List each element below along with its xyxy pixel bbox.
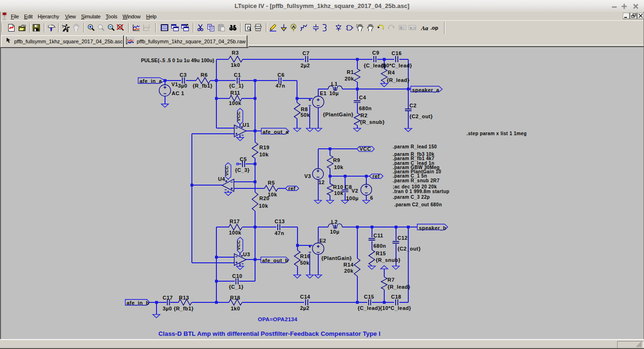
svg-text:.param C2_out 680n: .param C2_out 680n	[394, 202, 442, 207]
svg-text:C5: C5	[240, 156, 247, 162]
svg-text:C7: C7	[303, 50, 310, 56]
svg-text:R7: R7	[388, 277, 395, 283]
svg-text:{C_1}: {C_1}	[229, 83, 244, 89]
svg-text:.param R_lead 150: .param R_lead 150	[393, 144, 437, 149]
svg-text:{C_3}: {C_3}	[235, 167, 250, 173]
svg-text:10k: 10k	[259, 203, 268, 209]
svg-text:{C2_out}: {C2_out}	[397, 246, 421, 252]
svg-text:47n: 47n	[275, 230, 284, 236]
svg-text:VCC: VCC	[236, 112, 241, 122]
svg-text:L1: L1	[331, 81, 338, 87]
svg-text:.param C_3 22p: .param C_3 22p	[393, 195, 430, 200]
svg-text:R2: R2	[361, 113, 368, 118]
svg-text:V2: V2	[352, 188, 358, 194]
svg-text:.tran 0 1 999.8m startup: .tran 0 1 999.8m startup	[393, 189, 449, 194]
svg-text:R3: R3	[232, 50, 239, 56]
svg-text:C3: C3	[180, 72, 187, 78]
svg-text:10µ: 10µ	[330, 229, 339, 235]
svg-text:C12: C12	[397, 235, 408, 241]
svg-text:E1: E1	[320, 90, 327, 96]
svg-text:C15: C15	[364, 294, 374, 300]
svg-text:C13: C13	[275, 219, 285, 224]
svg-text:speaker_b: speaker_b	[419, 225, 446, 231]
svg-text:{R_snub}: {R_snub}	[376, 257, 401, 263]
svg-text:R19: R19	[259, 145, 270, 150]
svg-text:OPA=OPA2134: OPA=OPA2134	[258, 317, 297, 322]
svg-text:C10: C10	[232, 273, 243, 279]
svg-text:20k: 20k	[344, 268, 354, 274]
svg-text:2µ2: 2µ2	[301, 63, 310, 68]
svg-text:{C2_out}: {C2_out}	[410, 114, 433, 119]
svg-text:C14: C14	[300, 294, 311, 300]
svg-text:ref: ref	[289, 186, 296, 191]
svg-text:afe_out_b: afe_out_b	[262, 258, 289, 263]
svg-text:afe_out_a: afe_out_a	[263, 129, 289, 135]
svg-text:R8: R8	[301, 106, 308, 112]
svg-text:100k: 100k	[229, 100, 242, 106]
svg-text:C6: C6	[278, 72, 285, 78]
svg-text:50k: 50k	[301, 112, 310, 118]
svg-text:V1: V1	[172, 81, 178, 87]
svg-text:{10*C_lead}: {10*C_lead}	[380, 305, 411, 311]
svg-text:100µ: 100µ	[346, 195, 359, 201]
svg-text:680n: 680n	[359, 106, 372, 111]
svg-text:{R_fb1}: {R_fb1}	[193, 83, 213, 89]
svg-text:{R_fb1}: {R_fb1}	[174, 306, 194, 311]
svg-text:R11: R11	[231, 90, 240, 96]
svg-text:R16: R16	[300, 253, 311, 259]
svg-text:680n: 680n	[373, 243, 386, 249]
svg-text:R17: R17	[230, 219, 240, 224]
svg-text:.param R_snub 2R7: .param R_snub 2R7	[393, 178, 439, 183]
svg-text:50k: 50k	[300, 260, 310, 266]
svg-text:47n: 47n	[276, 83, 285, 89]
svg-text:R13: R13	[179, 295, 190, 300]
svg-text:V3: V3	[305, 173, 311, 179]
svg-text:R20: R20	[259, 195, 270, 201]
svg-text:12: 12	[319, 179, 325, 185]
svg-text:Class-D BTL Amp with different: Class-D BTL Amp with differential Postfi…	[158, 330, 380, 337]
svg-text:R4: R4	[388, 70, 395, 75]
svg-text:2µ2: 2µ2	[300, 305, 310, 311]
svg-text:C1: C1	[234, 72, 241, 78]
svg-text:{R_lead}: {R_lead}	[387, 77, 410, 83]
svg-text:{R_snub}: {R_snub}	[360, 119, 385, 125]
svg-text:E2: E2	[320, 238, 326, 243]
svg-text:U3: U3	[243, 252, 250, 257]
svg-text:100k: 100k	[229, 230, 242, 235]
svg-text:VCC: VCC	[236, 240, 241, 250]
svg-text:C8: C8	[345, 184, 352, 190]
svg-text:U4: U4	[218, 176, 225, 182]
svg-text:{C_1}: {C_1}	[229, 284, 244, 290]
svg-text:.step param x list 1 1meg: .step param x list 1 1meg	[467, 131, 527, 136]
svg-text:R1: R1	[347, 69, 354, 75]
svg-text:1k0: 1k0	[231, 62, 240, 68]
svg-text:C2: C2	[410, 103, 417, 108]
svg-text:afe_in_a: afe_in_a	[140, 78, 162, 84]
svg-text:E: E	[400, 26, 403, 30]
svg-text:1k0: 1k0	[231, 306, 240, 311]
svg-text:R9: R9	[333, 157, 340, 163]
svg-text:VCC: VCC	[224, 166, 229, 176]
svg-text:Aa: Aa	[421, 24, 429, 32]
svg-text:C9: C9	[372, 50, 380, 56]
svg-text:20k: 20k	[345, 76, 354, 81]
svg-text:VCC: VCC	[360, 146, 372, 152]
svg-text:L2: L2	[331, 219, 338, 225]
svg-text:{PlantGain}: {PlantGain}	[322, 255, 352, 261]
svg-text:{10*C_lead}: {10*C_lead}	[381, 63, 412, 68]
svg-text:.op: .op	[430, 25, 438, 31]
svg-text:R10: R10	[333, 184, 344, 190]
svg-text:{R_lead}: {R_lead}	[388, 284, 411, 290]
svg-text:afe_in_b: afe_in_b	[127, 300, 149, 306]
svg-text:U1: U1	[243, 122, 250, 128]
svg-text:3µ0: 3µ0	[163, 306, 172, 311]
svg-text:PULSE(-.5 .5 0 1u 1u 49u 100u): PULSE(-.5 .5 0 1u 1u 49u 100u)	[141, 57, 214, 63]
svg-text:speaker_a: speaker_a	[412, 87, 439, 93]
svg-text:{PlantGain}: {PlantGain}	[323, 112, 354, 117]
svg-text:C4: C4	[359, 95, 366, 100]
svg-text:AC 1: AC 1	[172, 90, 184, 96]
svg-text:Ɔ: Ɔ	[413, 26, 416, 30]
svg-text:10k: 10k	[259, 152, 269, 157]
svg-text:C11: C11	[373, 233, 383, 238]
svg-text:R18: R18	[230, 295, 240, 300]
